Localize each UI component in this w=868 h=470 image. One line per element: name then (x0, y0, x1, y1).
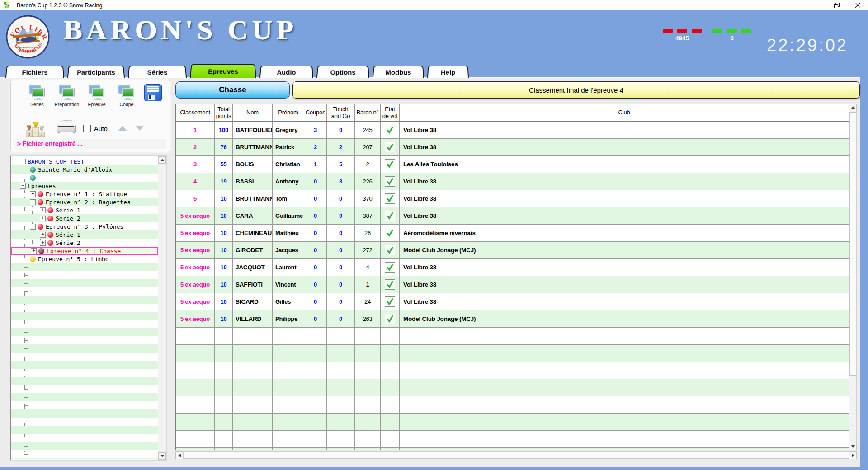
flight-ok-checkbox[interactable] (385, 296, 395, 307)
tab-help[interactable]: Help (427, 66, 469, 78)
tool-series-button[interactable]: Séries (23, 85, 52, 107)
cell-nom: BATIFOULIER (233, 122, 273, 138)
tool-epreuve-button[interactable]: Epreuve (82, 85, 111, 107)
cell-club: Vol Libre 38 (400, 276, 849, 293)
auto-checkbox[interactable] (83, 125, 91, 132)
table-row[interactable]: 5 ex aequo10JACQUOTLaurent004Vol Libre 3… (176, 259, 849, 276)
empty-cell (355, 396, 381, 413)
table-row[interactable]: 510BRUTTMANNTom00370Vol Libre 38 (176, 190, 849, 207)
table-horizontal-scrollbar[interactable] (175, 451, 857, 459)
tree-item-item[interactable] (11, 174, 158, 182)
tree-item-epreuve-n-1-statique[interactable]: +Epreuve n° 1 : Statique (11, 190, 158, 198)
cell-club: Vol Libre 38 (400, 122, 849, 138)
tab-audio[interactable]: Audio (259, 66, 313, 78)
table-row[interactable]: 5 ex aequo10VILLARDPhilippe00263Model Cl… (176, 310, 849, 328)
flight-ok-checkbox[interactable] (385, 228, 395, 238)
cell-nom: JACQUOT (233, 259, 273, 276)
tree-item-serie-2[interactable]: +Série 2 (11, 214, 158, 222)
tree-expander-minus[interactable]: − (30, 224, 36, 230)
tool-preparation-button[interactable]: Préparation (52, 85, 81, 107)
tree-expander-plus[interactable]: + (40, 232, 46, 238)
green-indicator: 0 (712, 29, 751, 42)
tree-item-epreuve-n-3-pylones[interactable]: −Epreuve n° 3 : Pylônes (11, 222, 158, 230)
tree-item-serie-1[interactable]: +Série 1 (11, 230, 158, 239)
tool-coupe-button[interactable]: Coupe (112, 85, 141, 107)
vertical-scroll-thumb[interactable] (849, 112, 856, 376)
tree-item-serie-1[interactable]: +Série 1 (11, 206, 158, 214)
flight-ok-checkbox[interactable] (385, 211, 395, 221)
empty-cell (233, 414, 273, 430)
svg-text:3: 3 (28, 132, 31, 136)
tab-fichiers[interactable]: Fichiers (5, 66, 64, 78)
table-row[interactable]: 355BOLISChristian152Les Ailes Touloises (176, 156, 849, 173)
tree-expander-plus[interactable]: + (30, 191, 36, 197)
flight-ok-checkbox[interactable] (385, 245, 395, 255)
scroll-down-button[interactable] (849, 443, 857, 450)
flight-ok-checkbox[interactable] (385, 279, 395, 290)
flight-ok-checkbox[interactable] (385, 262, 395, 273)
tree-item-baron-s-cup-test[interactable]: −BARON'S CUP TEST (11, 157, 158, 165)
tab-options[interactable]: Options (316, 66, 369, 78)
table-row[interactable]: 419BASSIAnthony03226Vol Libre 38 (176, 173, 849, 190)
table-row[interactable]: 5 ex aequo10CHEMINEAUMatthieu0026Aéromod… (176, 225, 849, 242)
tree-item-epreuve-n-2-baguettes[interactable]: −Epreuve n° 2 : Baguettes (11, 198, 158, 206)
restore-button[interactable] (826, 0, 847, 10)
flight-ok-checkbox[interactable] (385, 176, 395, 187)
table-row[interactable]: 5 ex aequo10CARAGuillaume00387Vol Libre … (176, 207, 849, 225)
cell-prenom: Jacques (273, 242, 304, 258)
horizontal-scroll-thumb[interactable] (183, 452, 849, 459)
tree-item-sainte-marie-d-alloix[interactable]: Sainte-Marie d'Alloix (11, 165, 158, 174)
table-vertical-scrollbar[interactable] (849, 104, 857, 450)
table-row[interactable]: 5 ex aequo10GIRODETJacques00272Model Clu… (176, 242, 849, 259)
scroll-right-button[interactable] (849, 451, 857, 459)
flight-ok-checkbox[interactable] (385, 142, 395, 152)
tab-participants[interactable]: Participants (67, 66, 125, 78)
table-row[interactable]: 5 ex aequo10SAFFIOTIVincent001Vol Libre … (176, 276, 849, 293)
tree-expander-minus[interactable]: − (30, 199, 36, 205)
flight-ok-checkbox[interactable] (385, 314, 395, 324)
flight-status-cell (381, 122, 400, 138)
tree-empty-row (11, 385, 158, 393)
empty-cell (304, 396, 327, 413)
chasse-button[interactable]: Chasse (175, 81, 290, 99)
tree-item-epreuve-n-4-chasse[interactable]: +Epreuve n° 4 : Chasse (11, 247, 158, 255)
cell-club: Model Club Jonage (MCJ) (400, 242, 849, 258)
save-icon[interactable] (144, 84, 162, 101)
tree-expander-plus[interactable]: + (40, 240, 46, 246)
tree-expander-plus[interactable]: + (31, 248, 37, 254)
table-row[interactable]: 1100BATIFOULIERGregory30245Vol Libre 38 (176, 122, 849, 139)
scroll-up-button[interactable] (158, 156, 166, 164)
table-row[interactable]: 5 ex aequo10SICARDGilles0024Vol Libre 38 (176, 293, 849, 310)
tree-expander-plus[interactable]: + (40, 207, 46, 213)
close-button[interactable] (847, 0, 868, 10)
tree-empty-row (11, 263, 158, 271)
scroll-down-button[interactable] (158, 452, 166, 460)
cell-coupes: 1 (304, 156, 327, 173)
flight-ok-checkbox[interactable] (385, 125, 395, 135)
move-down-icon[interactable] (136, 126, 144, 131)
table-row[interactable]: 276BRUTTMANNPatrick22207Vol Libre 38 (176, 139, 849, 156)
tree-scrollbar[interactable] (158, 156, 166, 460)
flight-ok-checkbox[interactable] (385, 159, 395, 169)
tree-item-serie-2[interactable]: +Série 2 (11, 239, 158, 247)
tree-expander-plus[interactable]: + (40, 216, 46, 221)
tab-epreuves[interactable]: Epreuves (190, 64, 256, 78)
tab-modbus[interactable]: Modbus (373, 66, 424, 78)
cell-nom: BRUTTMANN (233, 139, 273, 155)
tree-item-epreuves[interactable]: −Epreuves (11, 182, 158, 190)
app-title: BARON'S CUP (64, 14, 298, 46)
flight-ok-checkbox[interactable] (385, 193, 395, 204)
scroll-left-button[interactable] (175, 451, 183, 459)
tree-item-epreuve-n-5-limbo[interactable]: Epreuve n° 5 : Limbo (11, 255, 158, 263)
cell-baron: 263 (355, 310, 381, 327)
printer-icon[interactable] (57, 120, 76, 137)
minimize-button[interactable] (806, 0, 826, 10)
tab-series[interactable]: Séries (128, 66, 187, 78)
scroll-up-button[interactable] (849, 104, 857, 111)
tab-label: Epreuves (208, 67, 238, 75)
tree-expander-minus[interactable]: − (20, 159, 26, 164)
podium-icon[interactable]: 3 1 2 (26, 119, 45, 137)
tree-expander-minus[interactable]: − (20, 183, 26, 189)
move-up-icon[interactable] (118, 126, 127, 131)
empty-cell (400, 448, 849, 450)
